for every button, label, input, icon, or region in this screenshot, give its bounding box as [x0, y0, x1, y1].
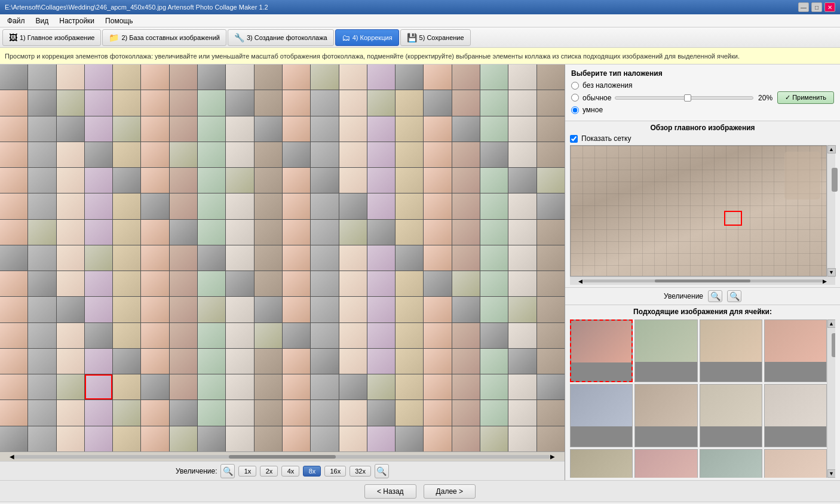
- collage-cell[interactable]: [85, 297, 112, 322]
- collage-cell[interactable]: [508, 245, 536, 271]
- ov-hscroll-left[interactable]: ◀: [578, 278, 583, 284]
- zoom-1x[interactable]: 1x: [238, 466, 256, 477]
- collage-cell[interactable]: [283, 323, 310, 348]
- collage-cell[interactable]: [367, 400, 395, 425]
- collage-cell[interactable]: [170, 64, 197, 90]
- collage-cell[interactable]: [141, 116, 168, 142]
- collage-cell[interactable]: [480, 245, 508, 271]
- collage-cell[interactable]: [480, 271, 508, 296]
- collage-cell[interactable]: [537, 297, 565, 322]
- collage-cell[interactable]: [537, 349, 565, 374]
- collage-cell[interactable]: [170, 400, 197, 425]
- collage-cell[interactable]: [537, 64, 565, 90]
- suitable-image[interactable]: [700, 384, 762, 447]
- collage-cell[interactable]: [28, 142, 56, 167]
- collage-cell[interactable]: [367, 193, 395, 219]
- collage-cell[interactable]: [537, 400, 565, 425]
- collage-cell[interactable]: [198, 245, 225, 271]
- overlay-none-radio[interactable]: [571, 82, 579, 90]
- collage-cell[interactable]: [226, 220, 253, 245]
- collage-cell[interactable]: [28, 349, 56, 374]
- collage-cell[interactable]: [57, 297, 84, 322]
- collage-cell[interactable]: [255, 374, 282, 399]
- collage-cell[interactable]: [537, 271, 565, 296]
- collage-cell[interactable]: [396, 142, 423, 167]
- show-grid-checkbox[interactable]: [570, 135, 578, 143]
- collage-cell[interactable]: [0, 116, 27, 142]
- collage-cell[interactable]: [28, 426, 56, 451]
- collage-cell[interactable]: [424, 245, 451, 271]
- collage-cell[interactable]: [0, 323, 27, 348]
- collage-cell[interactable]: [396, 193, 423, 219]
- collage-cell[interactable]: [311, 220, 338, 245]
- collage-cell[interactable]: [396, 271, 423, 296]
- step2-button[interactable]: 📁 2) База составных изображений: [102, 29, 226, 46]
- collage-cell[interactable]: [508, 116, 536, 142]
- collage-cell[interactable]: [170, 116, 197, 142]
- collage-cell[interactable]: [508, 142, 536, 167]
- forward-button[interactable]: Далее >: [424, 484, 476, 499]
- collage-cell[interactable]: [283, 349, 310, 374]
- menu-help[interactable]: Помощь: [100, 16, 137, 26]
- collage-cell[interactable]: [198, 64, 225, 90]
- overview-zoom-out[interactable]: 🔍: [708, 290, 722, 302]
- collage-cell[interactable]: [57, 64, 84, 90]
- suitable-image[interactable]: [634, 384, 697, 447]
- suitable-image[interactable]: [634, 449, 697, 478]
- collage-cell[interactable]: [255, 193, 282, 219]
- collage-cell[interactable]: [28, 271, 56, 296]
- collage-cell[interactable]: [424, 400, 451, 425]
- collage-cell[interactable]: [226, 297, 253, 322]
- collage-cell[interactable]: [113, 220, 140, 245]
- collage-cell[interactable]: [57, 271, 84, 296]
- suitable-image[interactable]: [700, 319, 762, 382]
- collage-cell[interactable]: [424, 116, 451, 142]
- collage-cell[interactable]: [339, 271, 367, 296]
- overlay-normal-radio[interactable]: [571, 94, 579, 102]
- step1-button[interactable]: 🖼 1) Главное изображение: [2, 29, 101, 46]
- collage-cell[interactable]: [396, 400, 423, 425]
- collage-cell[interactable]: [255, 64, 282, 90]
- collage-cell[interactable]: [141, 400, 168, 425]
- collage-cell[interactable]: [0, 220, 27, 245]
- collage-cell[interactable]: [28, 220, 56, 245]
- collage-cell[interactable]: [311, 193, 338, 219]
- collage-cell[interactable]: [255, 297, 282, 322]
- collage-cell[interactable]: [508, 168, 536, 193]
- collage-cell[interactable]: [226, 193, 253, 219]
- collage-cell[interactable]: [311, 271, 338, 296]
- collage-cell[interactable]: [508, 426, 536, 451]
- hscroll-left-arrow[interactable]: ◀: [10, 453, 14, 460]
- collage-cell[interactable]: [283, 168, 310, 193]
- collage-cell[interactable]: [452, 220, 480, 245]
- collage-cell[interactable]: [424, 323, 451, 348]
- collage-cell[interactable]: [226, 245, 253, 271]
- step3-button[interactable]: 🔧 3) Создание фотоколлажа: [228, 29, 334, 46]
- collage-cell[interactable]: [283, 297, 310, 322]
- collage-cell[interactable]: [255, 426, 282, 451]
- collage-cell[interactable]: [141, 349, 168, 374]
- maximize-button[interactable]: □: [811, 2, 822, 12]
- collage-cell[interactable]: [198, 349, 225, 374]
- overview-scroll-down[interactable]: ▼: [827, 268, 836, 276]
- collage-cell[interactable]: [508, 400, 536, 425]
- collage-cell[interactable]: [28, 374, 56, 399]
- collage-cell[interactable]: [283, 271, 310, 296]
- ov-hscroll-right[interactable]: ▶: [823, 278, 827, 284]
- collage-cell[interactable]: [367, 116, 395, 142]
- collage-cell[interactable]: [452, 142, 480, 167]
- collage-cell[interactable]: [367, 426, 395, 451]
- collage-cell[interactable]: [113, 193, 140, 219]
- collage-cell[interactable]: [170, 297, 197, 322]
- collage-cell[interactable]: [0, 64, 27, 90]
- collage-cell[interactable]: [424, 90, 451, 115]
- collage-cell[interactable]: [0, 374, 27, 399]
- collage-cell[interactable]: [170, 349, 197, 374]
- collage-cell[interactable]: [311, 245, 338, 271]
- suitable-scroll-thumb[interactable]: [832, 333, 836, 357]
- collage-cell[interactable]: [0, 168, 27, 193]
- collage-cell[interactable]: [367, 142, 395, 167]
- collage-cell[interactable]: [85, 400, 112, 425]
- collage-cell[interactable]: [141, 193, 168, 219]
- collage-cell[interactable]: [255, 90, 282, 115]
